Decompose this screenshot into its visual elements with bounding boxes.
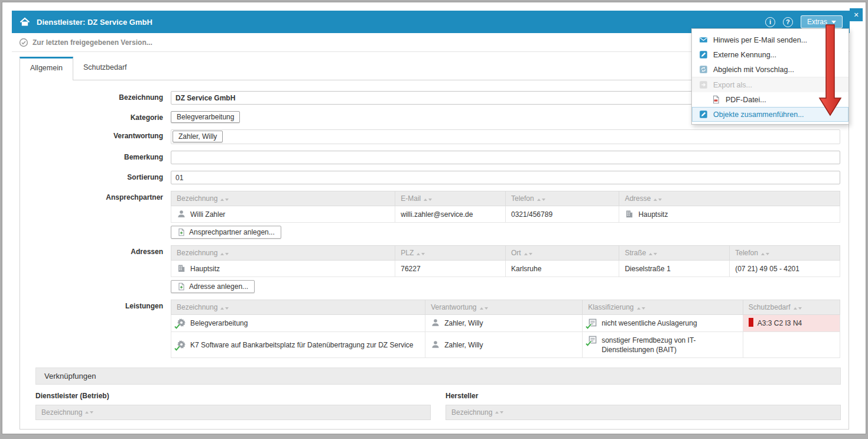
column-header-klassifizierung[interactable]: Klassifizierung [583,300,743,315]
edit-icon [699,50,708,59]
menu-item-hinweis-email[interactable]: Hinweis per E-Mail senden... [692,32,849,47]
leistungen-table: Bezeichnung Verantwortung Klassifizierun… [171,300,840,358]
menu-item-export-als: Export als... [692,77,849,92]
close-button[interactable]: ✕ [850,8,863,21]
field-label-verantwortung: Verantwortung [20,129,171,144]
dienstleister-icon [19,16,31,28]
extras-menu: Hinweis per E-Mail senden... Externe Ken… [691,28,849,125]
green-check-icon [174,345,180,351]
sort-icon [417,253,425,255]
cell-text: A3:3 C2 I3 N4 [758,318,802,328]
menu-item-pdf-datei[interactable]: PDF-Datei... [692,92,849,107]
sortierung-input[interactable] [171,171,840,184]
info-icon[interactable]: i [765,17,775,27]
row-verantwortung: Verantwortung Zahler, Willy [20,129,849,144]
column-header-bezeichnung[interactable]: Bezeichnung [446,405,841,420]
kategorie-chip[interactable]: Belegverarbeitung [171,111,240,123]
ansprechpartner-header-row: Bezeichnung E-Mail Telefon Adresse [171,191,840,206]
person-icon [431,340,440,349]
column-label: Bezeichnung [177,249,217,257]
person-icon [177,209,186,219]
sync-icon [699,65,708,74]
sort-icon [424,199,432,201]
tab-allgemein[interactable]: Allgemein [19,57,73,80]
column-header-bezeichnung[interactable]: Bezeichnung [171,246,395,261]
leistungen-header-row: Bezeichnung Verantwortung Klassifizierun… [171,300,840,315]
leistungen-row[interactable]: Belegverarbeitung Zahler, Willy [171,315,840,331]
leistungen-row[interactable]: K7 Software auf Bankarbeitsplatz für Dat… [171,331,840,357]
sort-icon [524,253,532,255]
menu-item-externe-kennung[interactable]: Externe Kennung... [692,47,849,62]
column-label: Klassifizierung [588,303,633,311]
cell-text: Willi Zahler [190,209,225,219]
column-header-adresse[interactable]: Adresse [619,191,840,206]
building-icon [177,264,186,273]
column-header-verantwortung[interactable]: Verantwortung [425,300,583,315]
field-label-bemerkung: Bemerkung [20,151,171,164]
building-icon [625,209,634,219]
column-header-bezeichnung[interactable]: Bezeichnung [171,300,425,315]
cell-bezeichnung: Willi Zahler [171,206,395,223]
risk-indicator [749,318,753,327]
sort-icon [220,307,229,310]
cell-text: Hauptsitz [190,264,220,274]
verantwortung-chip[interactable]: Zahler, Willy [173,131,223,142]
sort-icon [637,307,645,310]
ansprechpartner-row[interactable]: Willi Zahler willi.zahler@service.de 032… [171,206,840,223]
column-header-plz[interactable]: PLZ [395,246,506,261]
cell-text: 76227 [401,265,420,273]
column-header-bezeichnung[interactable]: Bezeichnung [35,405,431,420]
cell-schutzbedarf [743,331,840,357]
column-header-bezeichnung[interactable]: Bezeichnung [171,191,395,206]
tab-schutzbedarf[interactable]: Schutzbedarf [73,57,137,80]
sort-icon [649,253,657,255]
bemerkung-input[interactable] [171,151,840,164]
column-header-schutzbedarf[interactable]: Schutzbedarf [743,300,840,315]
menu-item-abgleich-vorschlag[interactable]: Abgleich mit Vorschlag... [692,62,849,77]
menu-item-objekte-zusammenfuehren[interactable]: Objekte zusammenführen... [692,107,849,122]
menu-item-label: Abgleich mit Vorschlag... [713,66,794,74]
column-header-email[interactable]: E-Mail [395,191,506,206]
cell-email: willi.zahler@service.de [395,206,506,223]
field-label-sortierung: Sortierung [20,171,171,184]
cell-text: K7 Software auf Bankarbeitsplatz für Dat… [190,340,414,350]
column-header-strasse[interactable]: Straße [619,246,730,261]
ansprechpartner-table: Bezeichnung E-Mail Telefon Adresse [171,191,840,223]
column-header-telefon[interactable]: Telefon [505,191,619,206]
document-plus-icon [177,282,186,291]
person-icon [431,318,440,327]
column-header-ort[interactable]: Ort [506,246,619,261]
cell-verantwortung: Zahler, Willy [425,315,583,331]
hersteller-column: Hersteller Bezeichnung [446,392,841,420]
column-label: Telefon [735,249,758,257]
menu-item-label: Externe Kennung... [713,51,776,59]
field-bemerkung [171,151,840,164]
menu-item-label: Hinweis per E-Mail senden... [713,36,807,44]
cell-text: Karlsruhe [511,265,541,273]
verantwortung-tokenfield[interactable]: Zahler, Willy [171,129,840,144]
column-header-telefon[interactable]: Telefon [730,246,840,261]
cell-ort: Karlsruhe [506,261,619,277]
version-link[interactable]: Zur letzten freigegebenen Version... [32,38,152,47]
sort-icon [654,199,662,201]
cell-text: Belegverarbeitung [190,318,248,328]
adresse-anlegen-button[interactable]: Adresse anlegen... [171,280,255,293]
sort-icon [794,307,802,310]
row-ansprechpartner: Ansprechpartner Bezeichnung E-Mail Telef… [20,191,849,239]
window-title: Dienstleister: DZ Service GmbH [37,18,152,27]
verknuepfungen-header: Verknüpfungen [35,368,841,385]
section-leistungen: Bezeichnung Verantwortung Klassifizierun… [171,300,840,358]
row-bemerkung: Bemerkung [20,151,849,164]
verknuepfungen-section: Dienstleister (Betrieb) Bezeichnung Hers… [35,392,841,420]
cell-text: willi.zahler@service.de [401,210,473,219]
form-panel: Bezeichnung Kategorie Belegverarbeitung … [19,80,849,430]
column-label: PLZ [401,249,414,257]
adressen-row[interactable]: Hauptsitz 76227 Karlsruhe Dieselstraße 1… [171,261,840,277]
extras-button[interactable]: Extras [801,15,843,28]
cell-klassifizierung: sonstiger Fremdbezug von IT-Dienstleistu… [583,331,743,357]
help-icon[interactable]: ? [783,17,793,27]
cell-klassifizierung: nicht wesentliche Auslagerung [583,315,743,331]
column-label: Telefon [511,194,534,203]
cell-telefon: (07 21) 49 05 - 4201 [730,261,840,277]
ansprechpartner-anlegen-button[interactable]: Ansprechpartner anlegen... [171,226,281,239]
